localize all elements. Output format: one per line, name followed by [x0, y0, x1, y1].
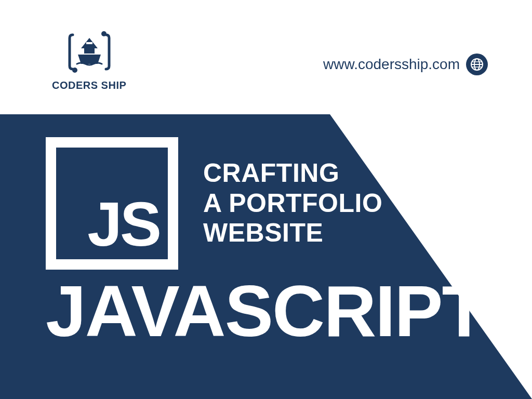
svg-point-1 [72, 68, 77, 73]
js-badge-text: JS [87, 193, 159, 255]
hero-mid-row: JS CRAFTING A PORTFOLIO WEBSITE [46, 137, 532, 270]
js-badge-box: JS [46, 137, 178, 270]
url-block: www.codersship.com [323, 54, 488, 75]
tagline-line-1: CRAFTING [203, 158, 382, 189]
brand-name: CODERS SHIP [52, 79, 126, 91]
svg-rect-2 [86, 42, 92, 44]
brand-logo-block: CODERS SHIP [52, 29, 126, 91]
tagline-line-2: A PORTFOLIO [203, 189, 382, 219]
hero-title: JAVASCRIPT [46, 275, 532, 348]
website-url: www.codersship.com [323, 56, 460, 73]
globe-icon [466, 54, 488, 75]
header: CODERS SHIP www.codersship.com [0, 0, 532, 114]
ship-logo-icon [63, 29, 115, 75]
tagline-line-3: WEBSITE [203, 218, 382, 248]
hero-content: JS CRAFTING A PORTFOLIO WEBSITE JAVASCRI… [0, 114, 532, 399]
hero-tagline: CRAFTING A PORTFOLIO WEBSITE [203, 158, 382, 248]
svg-point-0 [101, 31, 107, 36]
